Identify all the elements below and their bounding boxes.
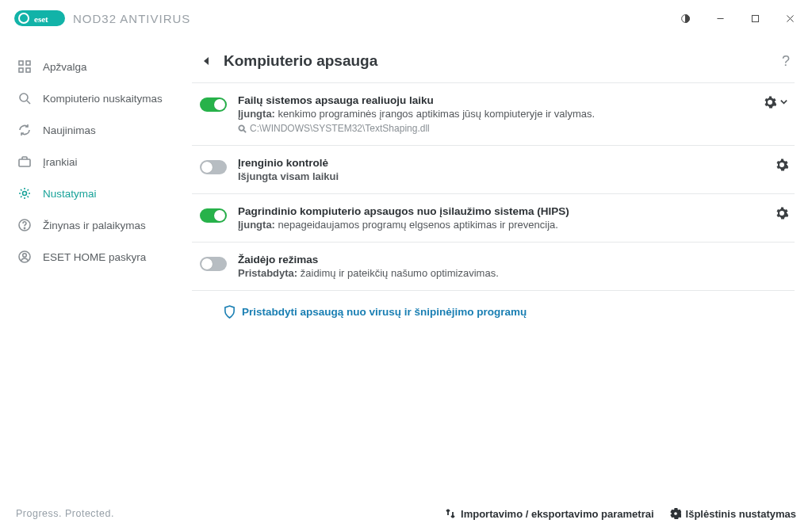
refresh-icon [17, 123, 32, 137]
sidebar-item-label: Įrankiai [43, 156, 78, 168]
footer: Progress. Protected. Importavimo / ekspo… [0, 496, 812, 531]
window-controls [668, 6, 807, 31]
svg-point-15 [23, 192, 27, 196]
page-title: Kompiuterio apsauga [224, 52, 377, 70]
maximize-button[interactable] [737, 6, 772, 31]
setting-row-gamer-mode: Žaidėjo režimas Pristabdyta: žaidimų ir … [192, 243, 795, 291]
product-name: NOD32 ANTIVIRUS [73, 12, 190, 25]
svg-rect-8 [19, 61, 23, 65]
svg-rect-10 [19, 68, 23, 72]
sidebar-item-label: ESET HOME paskyra [43, 251, 146, 263]
page-header: Kompiuterio apsauga ? [192, 52, 795, 82]
svg-rect-9 [26, 61, 30, 65]
svg-rect-14 [19, 159, 30, 166]
footer-tagline: Progress. Protected. [16, 508, 114, 519]
sidebar-item-account[interactable]: ESET HOME paskyra [0, 241, 187, 273]
svg-line-13 [27, 101, 30, 104]
settings-list: Failų sistemos apsauga realiuoju laiku Į… [192, 82, 795, 291]
brand: eset NOD32 ANTIVIRUS [14, 9, 190, 28]
chevron-down-icon[interactable] [779, 97, 788, 109]
gear-icon [670, 508, 681, 519]
sidebar-item-scan[interactable]: Kompiuterio nuskaitymas [0, 82, 187, 114]
svg-point-12 [20, 94, 28, 101]
sidebar-item-settings[interactable]: Nustatymai [0, 178, 187, 209]
settings-gear-button[interactable] [776, 159, 788, 171]
setting-title: Failų sistemos apsauga realiuoju laiku [238, 94, 753, 106]
toggle-switch[interactable] [200, 97, 227, 112]
setting-title: Įrenginio kontrolė [238, 157, 764, 169]
setting-row-hips: Pagrindinio kompiuterio apsaugos nuo įsi… [192, 194, 795, 243]
setting-subtitle: Pristabdyta: žaidimų ir pateikčių našumo… [238, 267, 788, 279]
close-button[interactable] [772, 6, 807, 31]
shield-icon [224, 305, 236, 319]
import-export-link[interactable]: Importavimo / eksportavimo parametrai [445, 508, 653, 520]
svg-text:eset: eset [34, 14, 48, 24]
svg-rect-11 [26, 68, 30, 72]
sidebar-item-update[interactable]: Naujinimas [0, 114, 187, 146]
user-icon [17, 250, 32, 264]
help-icon [17, 218, 32, 232]
sidebar-item-label: Kompiuterio nuskaitymas [43, 93, 163, 105]
sidebar-item-label: Naujinimas [43, 124, 96, 136]
setting-row-realtime: Failų sistemos apsauga realiuoju laiku Į… [192, 82, 795, 146]
settings-gear-button[interactable] [776, 207, 788, 220]
setting-subtitle: Įjungta: kenkimo programinės įrangos apt… [238, 108, 753, 120]
content: Kompiuterio apsauga ? Failų sistemos aps… [187, 36, 812, 496]
toggle-switch[interactable] [200, 160, 227, 174]
sidebar-item-tools[interactable]: Įrankiai [0, 146, 187, 178]
import-export-icon [445, 508, 456, 519]
setting-row-device-control: Įrenginio kontrolė Išjungta visam laikui [192, 146, 795, 194]
back-button[interactable] [200, 55, 213, 67]
svg-rect-5 [752, 15, 758, 21]
settings-gear-button[interactable] [764, 96, 776, 109]
svg-point-17 [24, 227, 25, 228]
setting-title: Pagrindinio kompiuterio apsaugos nuo įsi… [238, 205, 764, 217]
help-button[interactable]: ? [777, 53, 795, 70]
dashboard-icon [17, 59, 32, 74]
sidebar-item-label: Apžvalga [43, 61, 87, 73]
setting-subtitle: Išjungta visam laikui [238, 170, 764, 182]
setting-path: C:\WINDOWS\SYSTEM32\TextShaping.dll [238, 123, 753, 134]
sidebar-item-label: Žinynas ir palaikymas [43, 220, 146, 231]
eset-logo: eset [14, 9, 65, 28]
briefcase-icon [17, 155, 32, 169]
sidebar-item-help[interactable]: Žinynas ir palaikymas [0, 209, 187, 241]
svg-point-20 [239, 125, 243, 130]
setting-subtitle: Įjungta: nepageidaujamos programų elgsen… [238, 219, 764, 231]
sidebar-item-overview[interactable]: Apžvalga [0, 51, 187, 82]
titlebar: eset NOD32 ANTIVIRUS [0, 0, 812, 36]
svg-point-19 [23, 254, 27, 258]
advanced-setup-link[interactable]: Išplėstinis nustatymas [670, 508, 796, 520]
sidebar: Apžvalga Kompiuterio nuskaitymas Naujini… [0, 36, 187, 496]
gear-icon [17, 186, 32, 201]
toggle-switch[interactable] [200, 208, 227, 223]
sidebar-item-label: Nustatymai [43, 188, 97, 200]
svg-line-21 [243, 130, 246, 132]
setting-title: Žaidėjo režimas [238, 254, 788, 266]
toggle-switch[interactable] [200, 257, 227, 271]
minimize-button[interactable] [703, 6, 737, 31]
theme-contrast-icon[interactable] [668, 6, 703, 31]
pause-protection-link[interactable]: Pristabdyti apsaugą nuo virusų ir šnipin… [192, 291, 795, 319]
search-icon [17, 91, 32, 105]
pause-protection-label: Pristabdyti apsaugą nuo virusų ir šnipin… [242, 306, 527, 318]
